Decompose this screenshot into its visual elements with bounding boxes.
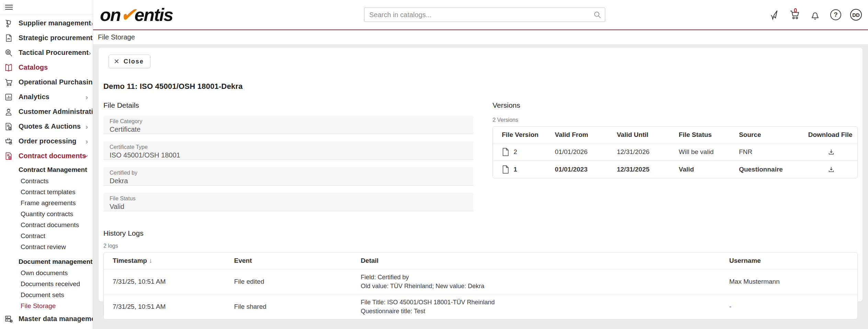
sidebar-item-label: Quotes & Auctions bbox=[19, 122, 86, 130]
help-icon[interactable]: ? bbox=[830, 9, 842, 21]
sidebar-item-label: Contract documents bbox=[19, 152, 86, 160]
sidebar-item-contract-documents[interactable]: Contract documents › bbox=[0, 149, 93, 163]
catalog-search bbox=[364, 8, 605, 22]
sidebar-subitem-frame-agreements[interactable]: Frame agreements bbox=[0, 198, 93, 209]
history-header-row: Timestamp↓ Event Detail Username bbox=[104, 252, 857, 269]
file-icon bbox=[502, 165, 509, 174]
history-count: 2 logs bbox=[103, 243, 858, 249]
sidebar-subitem-file-storage[interactable]: File Storage bbox=[0, 301, 93, 312]
person-icon bbox=[4, 107, 15, 117]
sidebar-item-tactical-procurement[interactable]: Tactical Procurement › bbox=[0, 45, 93, 60]
notifications-bell-icon[interactable] bbox=[809, 9, 821, 21]
sidebar-item-label: Tactical Procurement bbox=[19, 49, 89, 57]
download-file-button[interactable] bbox=[826, 164, 836, 175]
server-stack-icon bbox=[4, 314, 15, 324]
history-table: Timestamp↓ Event Detail Username 7/31/25… bbox=[103, 252, 858, 319]
sidebar-subitem-own-documents[interactable]: Own documents bbox=[0, 268, 93, 279]
sidebar-item-quotes-auctions[interactable]: Quotes & Auctions › bbox=[0, 119, 93, 134]
history-row[interactable]: 7/31/25, 10:51 AM File shared File Title… bbox=[104, 294, 857, 319]
sidebar-item-order-processing[interactable]: Order processing › bbox=[0, 134, 93, 149]
shopping-cart-icon bbox=[4, 77, 15, 87]
sidebar-group-document-management: Document management bbox=[0, 252, 93, 268]
sidebar-item-supplier-management[interactable]: Supplier management › bbox=[0, 16, 93, 31]
timestamp-sort-header[interactable]: Timestamp↓ bbox=[104, 252, 234, 269]
hamburger-bars bbox=[5, 5, 13, 10]
sidebar-item-label: Analytics bbox=[19, 93, 86, 101]
sidebar-subitem-contract-review[interactable]: Contract review bbox=[0, 242, 93, 252]
hand-truck-icon bbox=[4, 18, 15, 28]
sidebar-subitem-contracts[interactable]: Contracts bbox=[0, 176, 93, 187]
sidebar-subitem-contract-templates[interactable]: Contract templates bbox=[0, 187, 93, 198]
basket-clock-icon bbox=[4, 136, 15, 146]
chevron-down-icon: › bbox=[84, 155, 91, 157]
file-details-section: File Details File Category Certificate C… bbox=[103, 101, 473, 211]
close-button[interactable]: ✕ Close bbox=[109, 55, 150, 68]
header-actions: 0 ? DD bbox=[768, 9, 862, 21]
history-logs-section: History Logs 2 logs Timestamp↓ Event Det… bbox=[103, 229, 858, 319]
download-icon bbox=[827, 148, 835, 156]
open-book-icon bbox=[4, 62, 15, 73]
cart-badge: 0 bbox=[794, 7, 797, 14]
chevron-right-icon: › bbox=[86, 123, 88, 130]
file-details-heading: File Details bbox=[103, 101, 473, 109]
version-row[interactable]: 1 01/01/2023 12/31/2025 Valid Questionna… bbox=[493, 161, 857, 178]
download-icon bbox=[827, 166, 835, 173]
sidebar-item-customer-administration[interactable]: Customer Administration › bbox=[0, 104, 93, 119]
breadcrumb[interactable]: File Storage bbox=[98, 33, 135, 41]
sidebar-item-label: Catalogs bbox=[19, 63, 88, 71]
history-heading: History Logs bbox=[103, 229, 858, 237]
download-file-button[interactable] bbox=[826, 147, 836, 157]
field-file-status: File Status Valid bbox=[103, 193, 473, 211]
top-header: on✔entis 0 ? bbox=[93, 0, 868, 30]
field-certified-by: Certified by Dekra bbox=[103, 167, 473, 186]
page-title: Demo 11: ISO 45001/OSH 18001-Dekra bbox=[103, 82, 858, 91]
avatar[interactable]: DD bbox=[850, 9, 862, 21]
approvals-check-icon[interactable] bbox=[768, 9, 780, 21]
sort-desc-icon: ↓ bbox=[149, 257, 153, 264]
sidebar-item-analytics[interactable]: Analytics › bbox=[0, 90, 93, 104]
sidebar-subitem-document-sets[interactable]: Document sets bbox=[0, 290, 93, 301]
sidebar-group-contract-management: Contract Management bbox=[0, 163, 93, 176]
logo-checkmark-icon: ✔ bbox=[120, 6, 136, 23]
sidebar-item-strategic-procurement[interactable]: Strategic procurement › bbox=[0, 31, 93, 45]
document-dollar-icon bbox=[4, 151, 15, 161]
chevron-right-icon: › bbox=[86, 138, 88, 145]
close-icon: ✕ bbox=[114, 57, 120, 66]
field-file-category: File Category Certificate bbox=[103, 116, 473, 134]
chevron-right-icon: › bbox=[89, 49, 91, 56]
search-icon[interactable] bbox=[593, 10, 602, 19]
versions-table: File Version Valid From Valid Until File… bbox=[493, 126, 858, 178]
logo-text: entis bbox=[134, 4, 172, 25]
search-input[interactable] bbox=[364, 8, 605, 22]
sidebar-item-master-data-management[interactable]: Master data management › bbox=[0, 312, 93, 326]
sidebar-item-label: Order processing bbox=[19, 137, 86, 145]
bar-chart-icon bbox=[4, 92, 15, 102]
versions-header-row: File Version Valid From Valid Until File… bbox=[493, 127, 857, 143]
sidebar-subitem-quantity-contracts[interactable]: Quantity contracts bbox=[0, 209, 93, 220]
sidebar-item-label: Operational Purchasing bbox=[19, 78, 93, 86]
sidebar-item-operational-purchasing[interactable]: Operational Purchasing › bbox=[0, 75, 93, 90]
file-detail-panel: ✕ Close Demo 11: ISO 45001/OSH 18001-Dek… bbox=[99, 48, 863, 302]
document-percent-icon bbox=[4, 121, 15, 132]
sidebar-item-catalogs[interactable]: Catalogs bbox=[0, 60, 93, 75]
sidebar-item-label: Master data management bbox=[19, 315, 93, 323]
sidebar-item-configuration[interactable]: Configuration › bbox=[0, 326, 93, 329]
content-area: ✕ Close Demo 11: ISO 45001/OSH 18001-Dek… bbox=[93, 44, 868, 329]
sidebar-subitem-contract[interactable]: Contract bbox=[0, 231, 93, 242]
breadcrumb-bar: File Storage bbox=[93, 30, 868, 44]
document-handshake-icon bbox=[4, 33, 15, 43]
version-row[interactable]: 2 01/01/2026 12/31/2026 Will be valid FN… bbox=[493, 143, 857, 161]
sidebar-subitem-contract-documents[interactable]: Contract documents bbox=[0, 220, 93, 231]
search-box-icon bbox=[4, 48, 15, 58]
sidebar-nav: Supplier management › Strategic procurem… bbox=[0, 14, 93, 329]
versions-section: Versions 2 Versions File Version Valid F… bbox=[493, 101, 858, 211]
hamburger-menu-icon[interactable] bbox=[0, 0, 93, 14]
app-window: Supplier management › Strategic procurem… bbox=[0, 0, 868, 329]
sidebar-subitem-documents-received[interactable]: Documents received bbox=[0, 279, 93, 290]
history-row[interactable]: 7/31/25, 10:51 AM File edited Field: Cer… bbox=[104, 269, 857, 294]
logo-text: on bbox=[100, 4, 121, 25]
cart-icon[interactable]: 0 bbox=[788, 9, 801, 21]
sidebar-item-label: Supplier management bbox=[19, 19, 91, 27]
close-label: Close bbox=[124, 58, 144, 65]
file-icon bbox=[502, 148, 509, 156]
